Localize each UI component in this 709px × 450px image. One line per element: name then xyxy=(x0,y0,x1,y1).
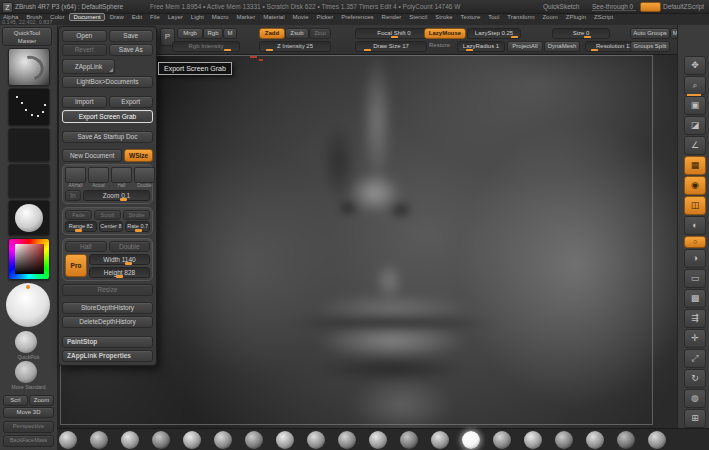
export-screen-grab-button[interactable]: Export Screen Grab xyxy=(62,110,153,123)
doc-zoom-icon-aahalf[interactable]: AAHalf xyxy=(65,167,86,189)
size-slider[interactable]: Size 0 xyxy=(552,28,610,39)
quickpick-thumbnail[interactable] xyxy=(15,331,37,353)
zapplink-properties-button[interactable]: ZAppLink Properties xyxy=(62,350,153,362)
material-sphere[interactable] xyxy=(400,431,418,449)
material-sphere[interactable] xyxy=(245,431,263,449)
center-slider[interactable]: Center 8 xyxy=(99,221,124,232)
slider-knob[interactable] xyxy=(224,49,231,52)
material-sphere[interactable] xyxy=(524,431,542,449)
doc-zoom-slider[interactable]: Zoom 0.1 xyxy=(83,190,150,201)
lightbox-documents-button[interactable]: LightBox>Documents xyxy=(62,76,153,88)
perspective-button[interactable]: Perspective xyxy=(3,421,54,433)
doc-zoom-icon-actual[interactable]: Actual xyxy=(88,167,109,189)
zcut-button[interactable]: Zcut xyxy=(309,28,331,39)
see-through-slider[interactable]: See-through 0 xyxy=(592,3,633,10)
zapplink-button[interactable]: ZAppLink xyxy=(62,59,115,74)
menu-transform[interactable]: Transform xyxy=(504,14,537,20)
material-sphere[interactable] xyxy=(214,431,232,449)
menu-picker[interactable]: Picker xyxy=(314,14,337,20)
doc-zoom-icon-double[interactable]: Double xyxy=(134,167,155,189)
half-icon[interactable] xyxy=(111,167,132,183)
material-sphere[interactable] xyxy=(555,431,573,449)
material-sphere[interactable] xyxy=(617,431,635,449)
slider-knob[interactable] xyxy=(511,36,518,39)
menu-edit[interactable]: Edit xyxy=(129,14,145,20)
slider-knob[interactable] xyxy=(364,49,371,52)
material-sphere[interactable] xyxy=(493,431,511,449)
color-picker[interactable] xyxy=(8,238,50,280)
frame-icon[interactable]: ▭ xyxy=(684,269,706,288)
polyframe-icon[interactable]: ▩ xyxy=(684,289,706,308)
color-ball[interactable] xyxy=(6,283,50,327)
auto-groups-button[interactable]: Auto Groups xyxy=(630,28,670,39)
aahalf-icon[interactable] xyxy=(65,167,86,183)
slider-knob[interactable] xyxy=(591,49,598,52)
move-3d-button[interactable]: Move 3D xyxy=(3,407,54,418)
dynamesh-button[interactable]: DynaMesh xyxy=(544,41,580,52)
material-sphere[interactable] xyxy=(307,431,325,449)
double-icon[interactable] xyxy=(134,167,155,183)
zadd-button[interactable]: Zadd xyxy=(259,28,285,39)
brush-history-thumbnail[interactable] xyxy=(15,361,37,383)
menu-zoom[interactable]: Zoom xyxy=(539,14,560,20)
transp-icon[interactable]: ◐ xyxy=(684,216,706,235)
zoom-button[interactable]: Zoom xyxy=(29,395,54,406)
material-sphere[interactable] xyxy=(431,431,449,449)
material-sphere[interactable] xyxy=(183,431,201,449)
material-sphere[interactable] xyxy=(152,431,170,449)
menu-draw[interactable]: Draw xyxy=(107,14,127,20)
resize-button[interactable]: Resize xyxy=(62,284,153,296)
current-stroke-thumbnail[interactable] xyxy=(8,88,50,126)
rgb-intensity-slider[interactable]: Rgb Intensity xyxy=(172,41,240,52)
menu-preferences[interactable]: Preferences xyxy=(338,14,376,20)
current-alpha-thumbnail[interactable] xyxy=(8,128,50,162)
groups-split-button[interactable]: Groups Split xyxy=(630,41,670,52)
slider-knob[interactable] xyxy=(116,275,123,278)
save-startup-doc-button[interactable]: Save As Startup Doc xyxy=(62,131,153,143)
menu-layer[interactable]: Layer xyxy=(165,14,186,20)
save-as-button[interactable]: Save As xyxy=(109,44,154,56)
double-button[interactable]: Double xyxy=(109,241,151,252)
material-sphere[interactable] xyxy=(369,431,387,449)
material-sphere[interactable] xyxy=(59,431,77,449)
strobe-button[interactable]: Strobe xyxy=(123,210,150,220)
persp-icon[interactable]: ∠ xyxy=(684,136,706,155)
rgb-button[interactable]: Rgb xyxy=(203,28,223,39)
half-button[interactable]: Half xyxy=(65,241,107,252)
material-icon[interactable]: ◍ xyxy=(684,389,706,408)
store-depth-history-button[interactable]: StoreDepthHistory xyxy=(62,302,153,314)
lazyradius-slider[interactable]: LazyRadius 1 xyxy=(457,41,505,52)
material-sphere[interactable] xyxy=(90,431,108,449)
ghost-icon[interactable]: ◑ xyxy=(684,249,706,268)
zoom-icon[interactable]: ⌕ xyxy=(684,76,706,95)
lazymouse-button[interactable]: LazyMouse xyxy=(424,28,466,39)
scrl-button[interactable]: Scrl xyxy=(3,395,28,406)
actual-icon[interactable]: ▣ xyxy=(684,96,706,115)
material-sphere[interactable] xyxy=(276,431,294,449)
draw-size-slider[interactable]: Draw Size 17 xyxy=(355,41,427,52)
save-button[interactable]: Save xyxy=(109,30,154,42)
height-slider[interactable]: Height 828 xyxy=(89,267,150,278)
quicktool-master-button[interactable]: QuickTool Master xyxy=(2,27,52,46)
lsym-icon[interactable]: ◫ xyxy=(684,196,706,215)
range-slider[interactable]: Range 82 xyxy=(65,221,97,232)
local-icon[interactable]: ◉ xyxy=(684,176,706,195)
focal-shift-slider[interactable]: Focal Shift 0 xyxy=(355,28,433,39)
current-material-thumbnail[interactable] xyxy=(8,200,50,236)
menu-tool[interactable]: Tool xyxy=(485,14,502,20)
menu-texture[interactable]: Texture xyxy=(458,14,484,20)
menu-stroke[interactable]: Stroke xyxy=(432,14,455,20)
menu-file[interactable]: File xyxy=(147,14,163,20)
slider-knob[interactable] xyxy=(266,49,273,52)
menu-zplugin[interactable]: ZPlugin xyxy=(563,14,589,20)
slider-knob[interactable] xyxy=(135,229,142,232)
export-button[interactable]: Export xyxy=(109,96,154,108)
width-slider[interactable]: Width 1140 xyxy=(89,254,150,265)
open-button[interactable]: Open xyxy=(62,30,107,42)
menu-movie[interactable]: Movie xyxy=(290,14,312,20)
default-zscript-button[interactable]: DefaultZScript xyxy=(663,3,704,10)
zoom-in-button[interactable]: In xyxy=(65,190,81,201)
grid-icon[interactable]: ⊞ xyxy=(684,409,706,428)
move-icon[interactable]: ✛ xyxy=(684,329,706,348)
zsub-button[interactable]: Zsub xyxy=(285,28,309,39)
